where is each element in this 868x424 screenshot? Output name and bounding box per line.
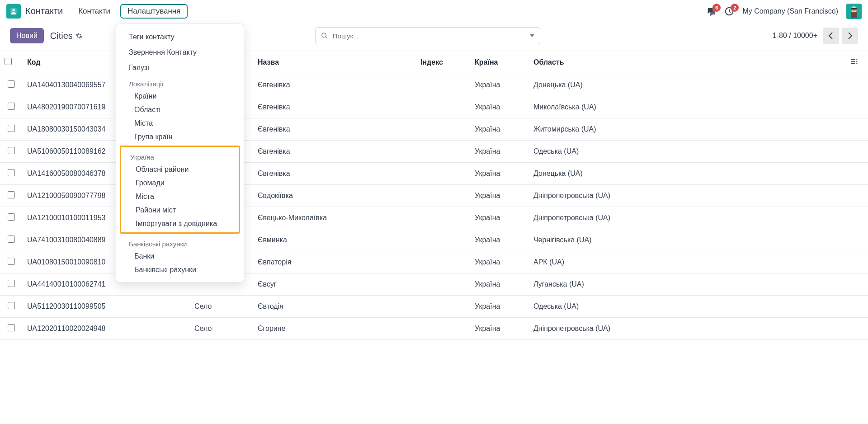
dd-country-groups[interactable]: Група країн xyxy=(116,130,244,144)
nav-menu: Контакти Налаштування xyxy=(72,4,188,19)
cell-index xyxy=(416,96,470,118)
cell-index xyxy=(416,118,470,141)
select-all-checkbox[interactable] xyxy=(5,58,12,65)
cell-type: Село xyxy=(190,296,253,318)
cell-name: Євгенівка xyxy=(253,141,416,163)
cell-index xyxy=(416,251,470,273)
th-region[interactable]: Область xyxy=(529,51,845,74)
cell-country: Україна xyxy=(470,96,529,118)
app-icon[interactable] xyxy=(6,4,21,19)
pager-text[interactable]: 1-80 / 10000+ xyxy=(773,32,817,40)
new-button[interactable]: Новий xyxy=(10,28,44,43)
row-checkbox[interactable] xyxy=(8,236,15,243)
cell-country: Україна xyxy=(470,229,529,251)
cell-country: Україна xyxy=(470,296,529,318)
dd-industries[interactable]: Галузі xyxy=(116,60,244,75)
navbar: Контакти Контакти Налаштування 6 2 My Co… xyxy=(0,0,868,23)
dd-ua-districts[interactable]: Обласні райони xyxy=(121,163,239,176)
table-row[interactable]: UA51120030110099505СелоЄвтодіяУкраїнаОде… xyxy=(0,296,868,318)
cell-name: Євтодія xyxy=(253,296,416,318)
gear-icon[interactable] xyxy=(75,32,83,39)
cell-name: Євдокіївка xyxy=(253,185,416,207)
dd-bank-accounts[interactable]: Банківські рахунки xyxy=(116,263,244,277)
row-checkbox[interactable] xyxy=(8,302,15,309)
row-checkbox[interactable] xyxy=(8,125,15,132)
dd-ukraine-header: Україна xyxy=(121,149,239,163)
cell-name: Євгенівка xyxy=(253,74,416,96)
company-name[interactable]: My Company (San Francisco) xyxy=(742,7,838,15)
chevron-right-icon xyxy=(847,33,853,39)
table-row[interactable]: UA12020110020024948СелоЄгоринеУкраїнаДні… xyxy=(0,318,868,340)
dd-tags[interactable]: Теги контакту xyxy=(116,29,244,45)
cell-index xyxy=(416,296,470,318)
th-index[interactable]: Індекс xyxy=(416,51,470,74)
row-checkbox[interactable] xyxy=(8,191,15,198)
pager-next-button[interactable] xyxy=(842,28,858,44)
row-checkbox[interactable] xyxy=(8,80,15,88)
cell-name: Євминка xyxy=(253,229,416,251)
cell-country: Україна xyxy=(470,185,529,207)
cell-region: Донецька (UA) xyxy=(529,74,845,96)
nav-contacts[interactable]: Контакти xyxy=(72,4,117,19)
cell-name: Єгорине xyxy=(253,318,416,340)
cell-region: Дніпропетровська (UA) xyxy=(529,185,845,207)
cell-region: АРК (UA) xyxy=(529,251,845,273)
dd-states[interactable]: Області xyxy=(116,103,244,117)
dd-ua-communities[interactable]: Громади xyxy=(121,176,239,190)
cell-country: Україна xyxy=(470,74,529,96)
dd-cities[interactable]: Міста xyxy=(116,117,244,130)
row-checkbox[interactable] xyxy=(8,258,15,265)
dd-ukraine-section-highlight: Україна Обласні райони Громади Міста Рай… xyxy=(120,146,240,234)
cell-name: Євгенівка xyxy=(253,118,416,141)
search-box[interactable] xyxy=(315,27,528,44)
activities-badge: 2 xyxy=(731,4,739,12)
app-name: Контакти xyxy=(25,6,63,16)
nav-settings[interactable]: Налаштування xyxy=(120,4,188,19)
row-checkbox[interactable] xyxy=(8,324,15,331)
svg-rect-5 xyxy=(851,12,857,18)
dd-banks[interactable]: Банки xyxy=(116,250,244,263)
dd-localization-header: Локалізації xyxy=(116,75,244,90)
th-name[interactable]: Назва xyxy=(253,51,416,74)
breadcrumb-title[interactable]: Cities xyxy=(50,31,73,41)
cell-region: Чернігівська (UA) xyxy=(529,229,845,251)
row-checkbox[interactable] xyxy=(8,213,15,221)
cell-index xyxy=(416,141,470,163)
cell-region: Миколаївська (UA) xyxy=(529,96,845,118)
cell-region: Житомирська (UA) xyxy=(529,118,845,141)
dd-ua-city-dist[interactable]: Райони міст xyxy=(121,203,239,217)
dd-ua-import[interactable]: Імпортувати з довідника xyxy=(121,217,239,231)
row-checkbox[interactable] xyxy=(8,169,15,176)
pager-prev-button[interactable] xyxy=(823,28,839,44)
search-options-toggle[interactable] xyxy=(525,27,540,44)
row-checkbox[interactable] xyxy=(8,103,15,110)
cell-index xyxy=(416,207,470,229)
optional-columns-icon[interactable] xyxy=(850,57,858,66)
cell-region: Одеська (UA) xyxy=(529,296,845,318)
cell-code: UA12020110020024948 xyxy=(23,318,190,340)
cell-name: Євгенівка xyxy=(253,96,416,118)
user-avatar[interactable] xyxy=(846,4,862,19)
svg-point-11 xyxy=(856,63,858,64)
breadcrumb: Cities xyxy=(50,31,83,41)
dd-countries[interactable]: Країни xyxy=(116,90,244,103)
svg-rect-8 xyxy=(854,9,857,10)
row-checkbox[interactable] xyxy=(8,147,15,154)
th-country[interactable]: Країна xyxy=(470,51,529,74)
caret-down-icon xyxy=(530,33,534,38)
search-input[interactable] xyxy=(333,32,522,40)
dd-ua-cities[interactable]: Міста xyxy=(121,190,239,203)
cell-region: Луганська (UA) xyxy=(529,273,845,296)
cell-index xyxy=(416,318,470,340)
cell-country: Україна xyxy=(470,207,529,229)
cell-code: UA51120030110099505 xyxy=(23,296,190,318)
dd-titles[interactable]: Звернення Контакту xyxy=(116,45,244,60)
cell-region: Дніпропетровська (UA) xyxy=(529,318,845,340)
cell-index xyxy=(416,74,470,96)
messaging-icon[interactable]: 6 xyxy=(706,6,716,16)
settings-dropdown: Теги контакту Звернення Контакту Галузі … xyxy=(116,24,244,283)
activities-icon[interactable]: 2 xyxy=(724,6,734,16)
cell-index xyxy=(416,273,470,296)
messages-badge: 6 xyxy=(712,4,721,12)
row-checkbox[interactable] xyxy=(8,280,15,287)
